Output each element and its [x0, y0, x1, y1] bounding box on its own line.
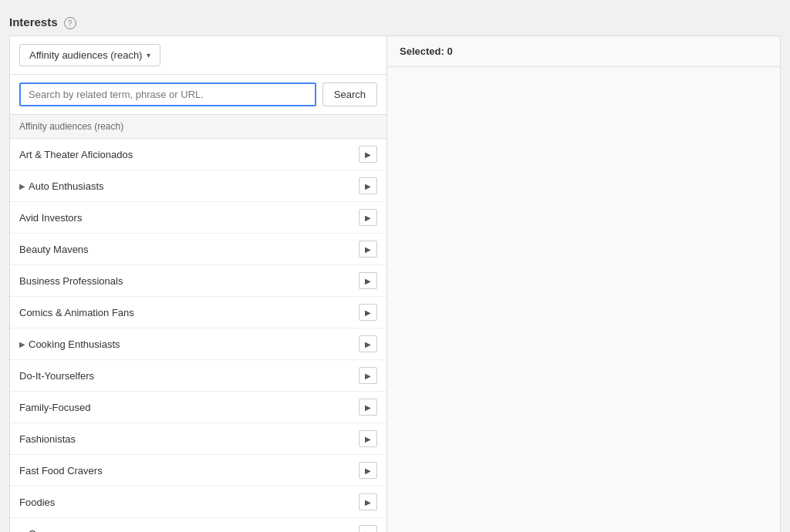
add-item-button[interactable]: ▶ [359, 177, 377, 194]
help-icon[interactable]: ? [64, 17, 76, 29]
item-label: Do-It-Yourselfers [19, 370, 94, 382]
list-item[interactable]: Avid Investors▶ [10, 202, 387, 234]
add-item-button[interactable]: ▶ [359, 430, 377, 447]
list-item[interactable]: Fashionistas▶ [10, 423, 387, 455]
selected-count: Selected: 0 [400, 45, 453, 57]
item-label: Business Professionals [19, 275, 123, 287]
item-label: Avid Investors [19, 212, 82, 224]
add-item-button[interactable]: ▶ [359, 146, 377, 163]
list-item[interactable]: Do-It-Yourselfers▶ [10, 360, 387, 392]
item-label: Fast Food Cravers [19, 465, 103, 476]
add-item-button[interactable]: ▶ [359, 335, 377, 352]
add-item-button[interactable]: ▶ [359, 525, 377, 532]
expand-icon: ▶ [19, 530, 25, 533]
add-item-button[interactable]: ▶ [359, 209, 377, 226]
dropdown-label: Affinity audiences (reach) [29, 49, 142, 61]
item-label: Family-Focused [19, 402, 90, 413]
list-item[interactable]: Beauty Mavens▶ [10, 234, 387, 265]
list-item[interactable]: Comics & Animation Fans▶ [10, 297, 387, 328]
list-item[interactable]: ▶Cooking Enthusiasts▶ [10, 328, 387, 360]
item-label: Beauty Mavens [19, 244, 89, 255]
search-input[interactable] [19, 82, 316, 106]
add-item-button[interactable]: ▶ [359, 304, 377, 321]
add-item-button[interactable]: ▶ [359, 462, 377, 479]
interest-list: Art & Theater Aficionados▶▶Auto Enthusia… [10, 139, 387, 532]
expand-icon: ▶ [19, 340, 25, 348]
item-label: Fashionistas [19, 433, 76, 445]
item-label: Foodies [19, 497, 55, 508]
add-item-button[interactable]: ▶ [359, 399, 377, 416]
right-panel: Selected: 0 [387, 35, 781, 532]
list-item[interactable]: Fast Food Cravers▶ [10, 455, 387, 487]
list-item[interactable]: Business Professionals▶ [10, 265, 387, 297]
item-label: Comics & Animation Fans [19, 307, 134, 318]
affinity-dropdown[interactable]: Affinity audiences (reach) ▾ [19, 44, 160, 66]
item-label: ▶Cooking Enthusiasts [19, 338, 120, 350]
list-item[interactable]: Art & Theater Aficionados▶ [10, 139, 387, 170]
add-item-button[interactable]: ▶ [359, 272, 377, 289]
list-item[interactable]: Foodies▶ [10, 487, 387, 518]
item-label: ▶Gamers [19, 528, 64, 533]
search-button[interactable]: Search [322, 82, 377, 106]
list-item[interactable]: ▶Auto Enthusiasts▶ [10, 170, 387, 202]
affinity-header: Affinity audiences (reach) [10, 115, 387, 139]
add-item-button[interactable]: ▶ [359, 367, 377, 384]
chevron-down-icon: ▾ [147, 51, 150, 59]
add-item-button[interactable]: ▶ [359, 241, 377, 258]
page-title: Interests [9, 14, 58, 29]
list-item[interactable]: Family-Focused▶ [10, 392, 387, 423]
left-panel: Affinity audiences (reach) ▾ Search Affi… [9, 35, 387, 532]
list-item[interactable]: ▶Gamers▶ [10, 518, 387, 532]
item-label: Art & Theater Aficionados [19, 149, 133, 160]
item-label: ▶Auto Enthusiasts [19, 180, 104, 192]
expand-icon: ▶ [19, 182, 25, 190]
add-item-button[interactable]: ▶ [359, 493, 377, 510]
